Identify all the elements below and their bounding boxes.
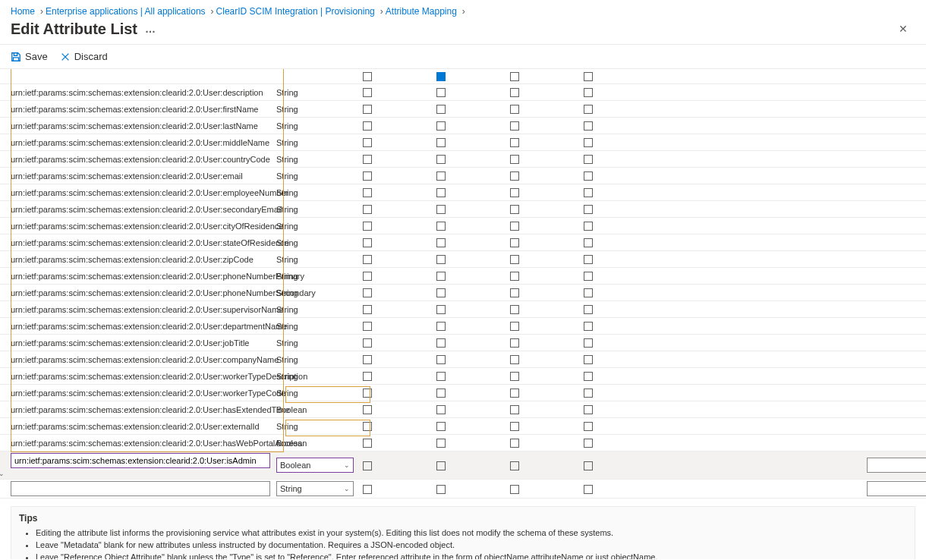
checkbox[interactable]: [363, 105, 372, 114]
checkbox[interactable]: [584, 485, 593, 494]
checkbox[interactable]: [584, 138, 593, 147]
checkbox[interactable]: [436, 439, 446, 448]
checkbox[interactable]: [584, 155, 593, 164]
checkbox[interactable]: [584, 205, 593, 214]
checkbox[interactable]: [510, 305, 519, 314]
checkbox[interactable]: [510, 238, 519, 247]
checkbox[interactable]: [436, 155, 446, 164]
checkbox[interactable]: [584, 272, 593, 281]
checkbox[interactable]: [584, 238, 593, 247]
checkbox[interactable]: [510, 322, 519, 331]
checkbox[interactable]: [510, 205, 519, 214]
checkbox[interactable]: [584, 372, 593, 381]
checkbox[interactable]: [363, 288, 372, 297]
checkbox[interactable]: [510, 88, 519, 97]
checkbox[interactable]: [363, 461, 372, 470]
checkbox[interactable]: [363, 272, 372, 281]
checkbox[interactable]: [436, 121, 446, 131]
checkbox[interactable]: [436, 222, 446, 231]
checkbox[interactable]: [363, 439, 372, 448]
metadata-input[interactable]: [867, 458, 926, 473]
checkbox[interactable]: [510, 439, 519, 448]
checkbox[interactable]: [510, 155, 519, 164]
close-icon[interactable]: ✕: [891, 20, 915, 38]
attr-type-select[interactable]: String⌄: [276, 481, 354, 496]
checkbox[interactable]: [584, 188, 593, 197]
checkbox[interactable]: [510, 288, 519, 297]
content-scroll[interactable]: 🗑urn:ietf:params:scim:schemas:extension:…: [0, 69, 926, 559]
checkbox[interactable]: [510, 188, 519, 197]
attr-name-input[interactable]: [11, 481, 270, 496]
more-menu-icon[interactable]: …: [145, 23, 156, 35]
discard-button[interactable]: Discard: [60, 51, 108, 62]
checkbox[interactable]: [363, 405, 372, 414]
checkbox[interactable]: [510, 255, 519, 264]
checkbox[interactable]: [363, 355, 372, 364]
checkbox[interactable]: [436, 205, 446, 214]
checkbox[interactable]: [510, 389, 519, 398]
checkbox[interactable]: [584, 422, 593, 431]
checkbox[interactable]: [363, 138, 372, 147]
checkbox[interactable]: [436, 338, 446, 348]
checkbox[interactable]: [510, 422, 519, 431]
breadcrumb-enterprise-apps[interactable]: Enterprise applications | All applicatio…: [46, 6, 206, 17]
checkbox[interactable]: [363, 171, 372, 181]
checkbox[interactable]: [584, 105, 593, 114]
checkbox[interactable]: [510, 121, 519, 131]
checkbox[interactable]: [436, 389, 446, 398]
checkbox[interactable]: [510, 372, 519, 381]
checkbox[interactable]: [436, 255, 446, 264]
checkbox[interactable]: [584, 255, 593, 264]
checkbox[interactable]: [510, 272, 519, 281]
checkbox[interactable]: [363, 338, 372, 348]
checkbox[interactable]: [363, 422, 372, 431]
checkbox[interactable]: [584, 338, 593, 348]
attr-name-input[interactable]: [11, 453, 270, 468]
checkbox[interactable]: [584, 461, 593, 470]
checkbox[interactable]: [363, 188, 372, 197]
checkbox[interactable]: [363, 88, 372, 97]
checkbox[interactable]: [363, 155, 372, 164]
checkbox[interactable]: [363, 485, 372, 494]
checkbox[interactable]: [584, 305, 593, 314]
checkbox[interactable]: [436, 355, 446, 364]
checkbox[interactable]: [584, 88, 593, 97]
checkbox[interactable]: [510, 138, 519, 147]
checkbox[interactable]: [363, 322, 372, 331]
checkbox[interactable]: [363, 205, 372, 214]
attr-type-select[interactable]: Boolean⌄: [276, 458, 354, 473]
checkbox[interactable]: [436, 238, 446, 247]
checkbox[interactable]: [510, 405, 519, 414]
checkbox[interactable]: [510, 355, 519, 364]
checkbox[interactable]: [436, 188, 446, 197]
checkbox[interactable]: [584, 288, 593, 297]
breadcrumb-scim-provisioning[interactable]: ClearID SCIM Integration | Provisioning: [216, 6, 375, 17]
checkbox[interactable]: [436, 422, 446, 431]
checkbox[interactable]: [510, 461, 519, 470]
checkbox[interactable]: [584, 171, 593, 181]
checkbox[interactable]: [584, 355, 593, 364]
checkbox[interactable]: [363, 389, 372, 398]
checkbox[interactable]: [510, 338, 519, 348]
checkbox[interactable]: [584, 222, 593, 231]
checkbox[interactable]: [436, 171, 446, 181]
checkbox[interactable]: [436, 272, 446, 281]
checkbox[interactable]: [436, 305, 446, 314]
checkbox[interactable]: [436, 372, 446, 381]
checkbox[interactable]: [510, 171, 519, 181]
checkbox[interactable]: [584, 72, 593, 81]
checkbox[interactable]: [510, 222, 519, 231]
checkbox[interactable]: [363, 372, 372, 381]
checkbox[interactable]: [510, 72, 519, 81]
checkbox[interactable]: [363, 238, 372, 247]
save-button[interactable]: Save: [11, 51, 48, 62]
metadata-input[interactable]: [867, 481, 926, 496]
checkbox-checked[interactable]: [436, 72, 446, 81]
chevron-down-icon[interactable]: ⌄: [0, 470, 5, 477]
breadcrumb-home[interactable]: Home: [11, 6, 35, 17]
checkbox[interactable]: [363, 72, 372, 81]
checkbox[interactable]: [584, 405, 593, 414]
checkbox[interactable]: [584, 121, 593, 131]
checkbox[interactable]: [510, 485, 519, 494]
checkbox[interactable]: [363, 222, 372, 231]
